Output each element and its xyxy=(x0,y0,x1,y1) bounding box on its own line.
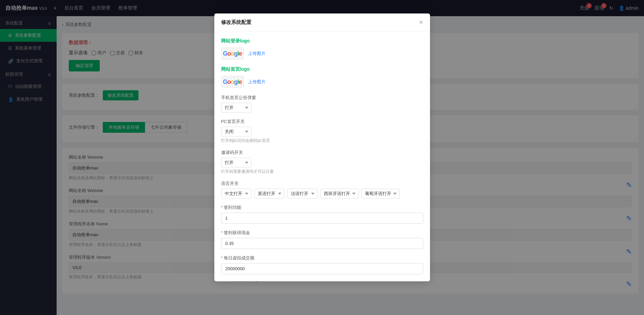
mobile-popup-select[interactable]: 打开 关闭 xyxy=(221,103,251,113)
sign-cash-label: 签到获得现金 xyxy=(221,230,423,236)
logo-image-1: Google xyxy=(223,50,242,57)
invite-code-select[interactable]: 打开 关闭 xyxy=(221,158,251,167)
pc-switch-label: PC首页开关 xyxy=(221,119,423,125)
home-logo-row: Google 上传图片 xyxy=(221,76,423,88)
mobile-popup-label: 手机首页公告弹窗 xyxy=(221,95,423,101)
sign-feature-input[interactable] xyxy=(221,213,423,224)
login-logo-title: 网站登录logo xyxy=(221,38,423,44)
lang-spanish-select[interactable]: 西班牙语打开 西班牙语关闭 xyxy=(320,189,359,198)
lang-english-select[interactable]: 英语打开 英语关闭 xyxy=(254,189,284,198)
modal-sign-feature: 签到功能 xyxy=(221,204,423,224)
daily-fake-trade-input[interactable] xyxy=(221,263,423,274)
lang-french-select[interactable]: 法语打开 法语关闭 xyxy=(287,189,317,198)
modal-mobile-popup: 手机首页公告弹窗 打开 关闭 xyxy=(221,95,423,113)
home-logo-preview: Google xyxy=(221,76,244,88)
home-logo-title: 网站首页logo xyxy=(221,66,423,72)
pc-switch-hint: 打开则pc访问会跳转pc首页 xyxy=(221,138,423,144)
daily-fake-member-label: 每日虚拟增加会员 xyxy=(221,280,423,281)
logo-image-2: Google xyxy=(223,78,242,86)
modal-dialog: 修改系统配置 × 网站登录logo Google 上传图片 网站首页logo xyxy=(214,13,430,281)
home-logo-upload-link[interactable]: 上传图片 xyxy=(248,79,266,85)
modal-daily-fake-member: 每日虚拟增加会员 xyxy=(221,280,423,281)
daily-fake-trade-label: 每日虚拟成交额 xyxy=(221,255,423,261)
modal-body: 网站登录logo Google 上传图片 网站首页logo Goo xyxy=(214,31,430,281)
lang-chinese-select[interactable]: 中文打开 中文关闭 xyxy=(221,189,251,198)
modal-pc-switch: PC首页开关 打开 关闭 打开则pc访问会跳转pc首页 xyxy=(221,119,423,144)
invite-code-hint: 打开则需要邀请码才可以注册 xyxy=(221,169,423,175)
login-logo-preview: Google xyxy=(221,48,244,60)
sign-feature-label: 签到功能 xyxy=(221,204,423,211)
modal-daily-fake-trade: 每日虚拟成交额 xyxy=(221,255,423,274)
modal-home-logo: 网站首页logo Google 上传图片 xyxy=(221,66,423,88)
lang-portuguese-select[interactable]: 葡萄牙语打开 葡萄牙语关闭 xyxy=(361,189,400,198)
language-label: 语言开关 xyxy=(221,181,423,187)
invite-code-label: 邀请码开关 xyxy=(221,150,423,156)
modal-close-button[interactable]: × xyxy=(419,19,423,26)
sign-cash-input[interactable] xyxy=(221,238,423,249)
modal-invite-code: 邀请码开关 打开 关闭 打开则需要邀请码才可以注册 xyxy=(221,150,423,175)
modal-login-logo: 网站登录logo Google 上传图片 xyxy=(221,38,423,60)
modal-language: 语言开关 中文打开 中文关闭 英语打开 英语关闭 法语打开 法语关闭 xyxy=(221,181,423,198)
modal-sign-cash: 签到获得现金 xyxy=(221,230,423,249)
modal-header: 修改系统配置 × xyxy=(214,13,430,31)
modal-title: 修改系统配置 xyxy=(221,19,251,26)
language-options: 中文打开 中文关闭 英语打开 英语关闭 法语打开 法语关闭 西班牙语打开 西班牙… xyxy=(221,189,423,198)
login-logo-upload-link[interactable]: 上传图片 xyxy=(248,51,266,57)
pc-switch-select[interactable]: 打开 关闭 xyxy=(221,127,251,136)
login-logo-row: Google 上传图片 xyxy=(221,48,423,60)
modal-overlay: 修改系统配置 × 网站登录logo Google 上传图片 网站首页logo xyxy=(0,0,644,315)
